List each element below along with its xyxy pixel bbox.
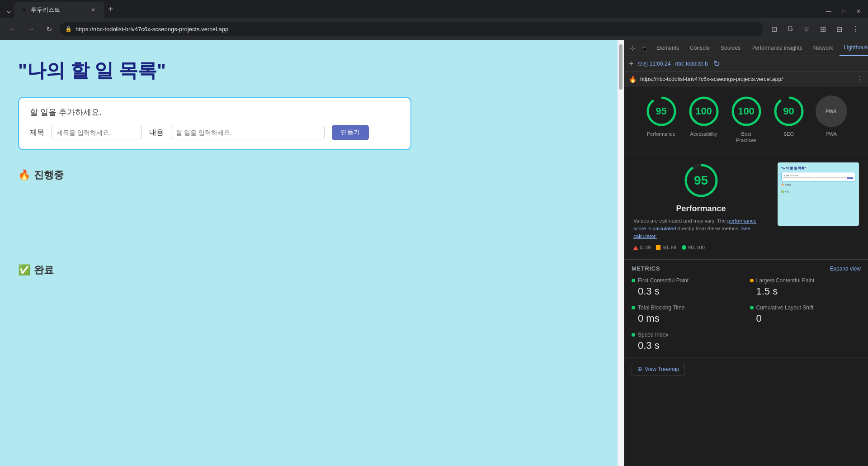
devtools-tab-network[interactable]: Network — [809, 40, 838, 56]
view-treemap-section: ⊞ View Treemap — [624, 357, 868, 381]
metric-lcp-value: 1.5 s — [756, 285, 861, 297]
metrics-section: METRICS Expand view First Contentful Pai… — [624, 259, 868, 357]
score-circle-pwa: PWA — [816, 95, 847, 127]
browser-tab-active[interactable]: ⚛ 투두리스트 ✕ — [14, 2, 104, 18]
devtools-tab-elements[interactable]: Elements — [652, 40, 684, 56]
metric-si: Speed Index 0.3 s — [632, 332, 743, 352]
devtools-inspect-btn[interactable]: ⊹ — [628, 42, 637, 54]
title-label: 제목 — [30, 128, 44, 138]
score-pwa[interactable]: PWA PWA — [816, 95, 847, 144]
metric-lcp-dot — [750, 279, 754, 282]
metric-cls: Cumulative Layout Shift 0 — [750, 304, 861, 324]
devtools-tab-perf-insights[interactable]: Performance insights — [747, 40, 807, 56]
reload-btn[interactable]: ↻ — [42, 22, 56, 36]
extensions-btn[interactable]: ⊞ — [816, 22, 830, 36]
thumb-input-content — [815, 177, 846, 179]
metric-fcp-value: 0.3 s — [638, 285, 743, 297]
lighthouse-scores: 95 Performance 100 Accessibility — [624, 86, 868, 153]
devtools-tab-sources[interactable]: Sources — [716, 40, 745, 56]
performance-detail: 95 Performance Values are estimated and … — [624, 153, 868, 260]
devtools-tab-console[interactable]: Console — [685, 40, 714, 56]
score-label-performance: Performance — [647, 131, 675, 137]
score-label-accessibility: Accessibility — [690, 131, 717, 137]
metric-tbt-value: 0 ms — [638, 313, 743, 324]
main-layout: "나의 할 일 목록" 할 일을 추가하세요. 제목 내용 만들기 🔥 진행중 — [0, 40, 868, 466]
score-seo[interactable]: 90 SEO — [773, 95, 805, 144]
score-value-pwa: PWA — [826, 109, 837, 114]
metric-tbt-name: Total Blocking Time — [632, 304, 743, 311]
close-btn[interactable]: ✕ — [853, 6, 864, 16]
url-text: https://nbc-todolist-briv47c6x-scseongs-… — [75, 26, 758, 33]
add-todo-row: 제목 내용 만들기 — [30, 125, 400, 140]
tab-switcher-btn[interactable]: ⌄ — [4, 5, 14, 16]
devtools-add-btn[interactable]: + — [629, 59, 634, 69]
create-todo-btn[interactable]: 만들기 — [332, 125, 369, 140]
forward-btn[interactable]: → — [24, 22, 38, 36]
new-tab-btn[interactable]: + — [104, 2, 117, 16]
metric-lcp: Largest Contentful Paint 1.5 s — [750, 277, 861, 297]
devtools-header: + 오전 11:06:24 · nbc-todolist-b ↻ — [624, 56, 868, 72]
tab-title: 투두리스트 — [31, 6, 85, 14]
tab-left-controls: ⌄ — [4, 5, 14, 18]
score-circle-seo: 90 — [773, 95, 805, 127]
tab-close-btn[interactable]: ✕ — [89, 6, 97, 14]
thumb-create-btn — [847, 177, 853, 179]
score-circle-best-practices: 100 — [731, 95, 762, 127]
webpage-content: "나의 할 일 목록" 할 일을 추가하세요. 제목 내용 만들기 🔥 진행중 — [0, 40, 618, 304]
legend-orange: 50–89 — [656, 245, 676, 250]
devtools-panel: ⊹ 📱 Elements Console Sources Performance… — [624, 40, 868, 466]
screen-cast-btn[interactable]: ⊡ — [767, 22, 781, 36]
devtools-url-more[interactable]: ⋮ — [856, 75, 863, 83]
metrics-title: METRICS — [632, 265, 660, 272]
perf-title: Performance — [633, 204, 769, 214]
score-accessibility[interactable]: 100 Accessibility — [688, 95, 720, 144]
tab-favicon: ⚛ — [21, 6, 27, 14]
maximize-btn[interactable]: □ — [839, 6, 849, 16]
score-best-practices[interactable]: 100 Best Practices — [731, 95, 762, 144]
sidebar-btn[interactable]: ⊟ — [832, 22, 846, 36]
score-performance[interactable]: 95 Performance — [646, 95, 677, 144]
metrics-grid: First Contentful Paint 0.3 s Largest Con… — [632, 277, 861, 352]
metric-si-name: Speed Index — [632, 332, 743, 338]
add-todo-box: 할 일을 추가하세요. 제목 내용 만들기 — [18, 97, 411, 150]
scroll-thumb[interactable] — [619, 44, 623, 90]
thumb-section-title-done: ✅ 완료 — [781, 190, 855, 193]
metric-tbt: Total Blocking Time 0 ms — [632, 304, 743, 324]
devtools-tab-lighthouse[interactable]: Lighthouse — [840, 40, 868, 56]
score-value-best-practices: 100 — [738, 105, 755, 117]
view-treemap-btn[interactable]: ⊞ View Treemap — [632, 363, 685, 376]
done-label: 완료 — [34, 263, 54, 277]
perf-legend: 0–49 50–89 90–100 — [633, 245, 769, 250]
devtools-toolbar: ⊹ 📱 Elements Console Sources Performance… — [624, 40, 868, 56]
title-input[interactable] — [52, 126, 142, 139]
metric-lcp-name: Largest Contentful Paint — [750, 277, 861, 284]
minimize-btn[interactable]: — — [822, 6, 835, 16]
score-value-seo: 90 — [783, 105, 794, 117]
score-value-performance: 95 — [656, 105, 666, 117]
translate-btn[interactable]: G — [783, 22, 797, 36]
check-icon: ✅ — [18, 264, 30, 276]
menu-btn[interactable]: ⋮ — [848, 22, 863, 36]
thumb-box: 할 일을 추가하세요. — [781, 172, 855, 181]
perf-score-big-circle: 95 — [683, 162, 719, 199]
legend-red: 0–49 — [633, 245, 651, 250]
audit-refresh-btn[interactable]: ↻ — [713, 59, 720, 69]
back-btn[interactable]: ← — [5, 22, 20, 36]
address-bar[interactable]: 🔒 https://nbc-todolist-briv47c6x-scseong… — [60, 22, 763, 36]
metric-si-dot — [632, 333, 635, 337]
metric-cls-value: 0 — [756, 313, 861, 324]
devtools-device-btn[interactable]: 📱 — [639, 42, 650, 54]
bookmark-btn[interactable]: ☆ — [799, 22, 814, 36]
window-controls: — □ ✕ — [822, 6, 864, 18]
done-section: ✅ 완료 — [18, 263, 599, 277]
metrics-expand-btn[interactable]: Expand view — [830, 266, 861, 272]
metric-fcp: First Contentful Paint 0.3 s — [632, 277, 743, 297]
nav-right-icons: ⊡ G ☆ ⊞ ⊟ ⋮ — [767, 22, 863, 36]
content-input[interactable] — [171, 126, 325, 139]
scroll-bar[interactable] — [618, 40, 624, 466]
metric-fcp-name: First Contentful Paint — [632, 277, 743, 284]
done-section-title: ✅ 완료 — [18, 263, 599, 277]
nav-bar: ← → ↻ 🔒 https://nbc-todolist-briv47c6x-s… — [0, 18, 868, 40]
score-circle-performance: 95 — [646, 95, 677, 127]
in-progress-label: 진행중 — [34, 168, 64, 182]
